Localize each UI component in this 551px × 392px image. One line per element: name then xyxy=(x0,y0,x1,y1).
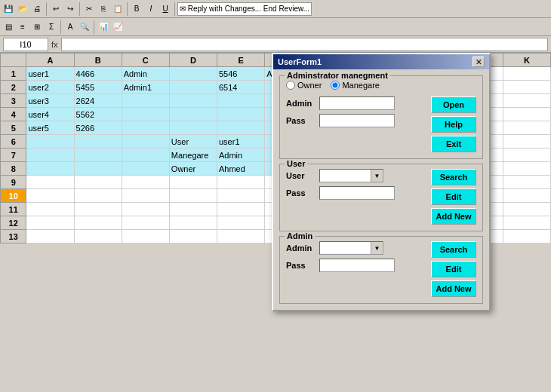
cell-d6[interactable]: User xyxy=(169,135,217,149)
cell-d13[interactable] xyxy=(169,230,217,243)
cell-d3[interactable] xyxy=(169,94,217,108)
admin2-combo[interactable]: ▼ xyxy=(319,241,383,255)
tb-btn-r2[interactable]: ≡ xyxy=(16,20,29,35)
cell-b8[interactable] xyxy=(74,162,122,176)
cell-b12[interactable] xyxy=(74,216,122,230)
cell-e2[interactable]: 6514 xyxy=(217,81,265,94)
cell-c3[interactable] xyxy=(122,94,169,108)
admin2-combo-arrow[interactable]: ▼ xyxy=(371,242,383,254)
tb-btn-2[interactable]: 📂 xyxy=(16,2,29,17)
cell-d11[interactable] xyxy=(169,203,217,216)
cell-d10[interactable] xyxy=(169,189,217,203)
col-header-b[interactable]: B xyxy=(74,54,122,67)
cell-e7[interactable]: Admin xyxy=(217,149,265,162)
cell-a3[interactable]: user3 xyxy=(26,94,74,108)
row-header-1[interactable]: 1 xyxy=(1,67,26,81)
col-header-a[interactable]: A xyxy=(26,54,74,67)
user-pass-input[interactable] xyxy=(319,186,395,200)
cell-d5[interactable] xyxy=(169,121,217,135)
row-header-8[interactable]: 8 xyxy=(1,162,26,176)
col-header-c[interactable]: C xyxy=(122,54,169,67)
cell-c5[interactable] xyxy=(122,121,169,135)
cell-b2[interactable]: 5455 xyxy=(74,81,122,94)
cell-e11[interactable] xyxy=(217,203,265,216)
cell-b5[interactable]: 5266 xyxy=(74,121,122,135)
user-add-new-button[interactable]: Add New xyxy=(431,208,476,225)
cell-a9[interactable] xyxy=(26,176,74,189)
cell-k8[interactable] xyxy=(503,162,550,176)
help-button[interactable]: Help xyxy=(431,116,476,133)
row-header-2[interactable]: 2 xyxy=(1,81,26,94)
tb-btn-r4[interactable]: Σ xyxy=(45,20,58,35)
row-header-11[interactable]: 11 xyxy=(1,203,26,216)
cell-d4[interactable] xyxy=(169,108,217,121)
cell-e9[interactable] xyxy=(217,176,265,189)
radio-manager-label[interactable]: Manegare xyxy=(331,81,380,90)
admin-input[interactable] xyxy=(319,96,395,110)
exit-button[interactable]: Exit xyxy=(431,136,476,152)
tb-btn-r6[interactable]: 🔍 xyxy=(78,20,91,35)
cell-c7[interactable] xyxy=(122,149,169,162)
tb-btn-9[interactable]: B xyxy=(130,2,143,17)
cell-k5[interactable] xyxy=(503,121,550,135)
admin2-search-button[interactable]: Search xyxy=(431,241,476,258)
cell-a6[interactable] xyxy=(26,135,74,149)
cell-k10[interactable] xyxy=(503,189,550,203)
user-search-button[interactable]: Search xyxy=(431,169,476,185)
cell-a8[interactable] xyxy=(26,162,74,176)
cell-a11[interactable] xyxy=(26,203,74,216)
cell-d12[interactable] xyxy=(169,216,217,230)
cell-e10[interactable] xyxy=(217,189,265,203)
admin2-add-new-button[interactable]: Add New xyxy=(431,280,476,297)
cell-a10[interactable] xyxy=(26,189,74,203)
cell-a2[interactable]: user2 xyxy=(26,81,74,94)
col-header-k[interactable]: K xyxy=(503,54,550,67)
cell-c9[interactable] xyxy=(122,176,169,189)
tb-btn-1[interactable]: 💾 xyxy=(2,2,15,17)
cell-d2[interactable] xyxy=(169,81,217,94)
cell-e13[interactable] xyxy=(217,230,265,243)
tb-btn-r8[interactable]: 📈 xyxy=(111,20,125,35)
cell-c1[interactable]: Admin xyxy=(122,67,169,81)
cell-k6[interactable] xyxy=(503,135,550,149)
cell-a13[interactable] xyxy=(26,230,74,243)
cell-d8[interactable]: Owner xyxy=(169,162,217,176)
row-header-5[interactable]: 5 xyxy=(1,121,26,135)
cell-e1[interactable]: 5546 xyxy=(217,67,265,81)
radio-manager[interactable] xyxy=(331,81,340,90)
row-header-7[interactable]: 7 xyxy=(1,149,26,162)
cell-k12[interactable] xyxy=(503,216,550,230)
row-header-10[interactable]: 10 xyxy=(1,189,26,203)
cell-b3[interactable]: 2624 xyxy=(74,94,122,108)
cell-b13[interactable] xyxy=(74,230,122,243)
cell-b4[interactable]: 5562 xyxy=(74,108,122,121)
cell-c13[interactable] xyxy=(122,230,169,243)
cell-d7[interactable]: Manegare xyxy=(169,149,217,162)
name-box[interactable]: I10 xyxy=(3,38,48,51)
tb-btn-11[interactable]: U xyxy=(159,2,172,17)
cell-b9[interactable] xyxy=(74,176,122,189)
cell-k13[interactable] xyxy=(503,230,550,243)
cell-d1[interactable] xyxy=(169,67,217,81)
cell-a5[interactable]: user5 xyxy=(26,121,74,135)
cell-c2[interactable]: Admin1 xyxy=(122,81,169,94)
cell-e12[interactable] xyxy=(217,216,265,230)
cell-c10[interactable] xyxy=(122,189,169,203)
tb-btn-r5[interactable]: A xyxy=(63,20,77,35)
row-header-12[interactable]: 12 xyxy=(1,216,26,230)
user-combo-arrow[interactable]: ▼ xyxy=(371,170,383,182)
cell-b7[interactable] xyxy=(74,149,122,162)
tb-btn-6[interactable]: ✂ xyxy=(82,2,96,17)
cell-k9[interactable] xyxy=(503,176,550,189)
admin2-pass-input[interactable] xyxy=(319,259,395,272)
cell-a4[interactable]: user4 xyxy=(26,108,74,121)
modal-close-button[interactable]: ✕ xyxy=(473,57,485,67)
cell-e6[interactable]: user1 xyxy=(217,135,265,149)
admin2-combo-input[interactable] xyxy=(322,242,371,254)
cell-k1[interactable] xyxy=(503,67,550,81)
tb-btn-r7[interactable]: 📊 xyxy=(97,20,110,35)
cell-c4[interactable] xyxy=(122,108,169,121)
col-header-d[interactable]: D xyxy=(169,54,217,67)
tb-btn-5[interactable]: ↪ xyxy=(63,2,77,17)
tb-btn-4[interactable]: ↩ xyxy=(49,2,63,17)
